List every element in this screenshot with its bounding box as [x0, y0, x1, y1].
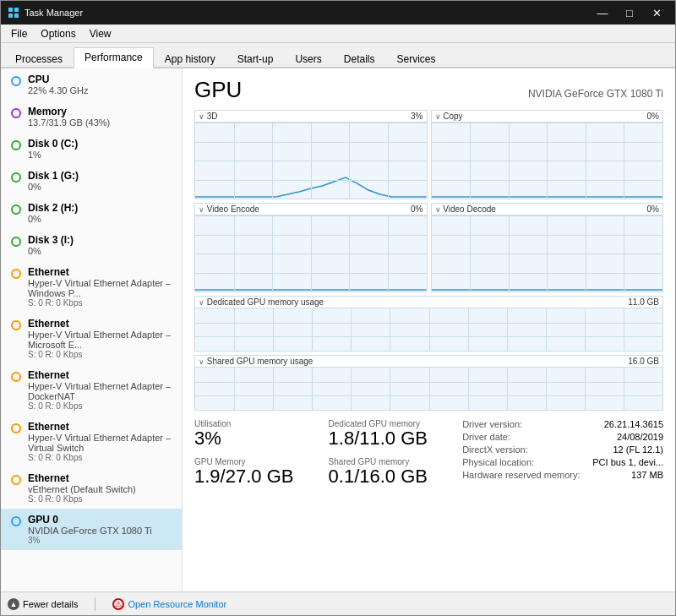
sidebar-item-memory[interactable]: Memory13.7/31.9 GB (43%) [1, 101, 182, 133]
info-row-0: Driver version:26.21.14.3615 [462, 419, 663, 429]
open-monitor-label: Open Resource Monitor [128, 599, 226, 609]
sidebar-title-disk3: Disk 3 (I:) [28, 234, 172, 246]
info-row-2: DirectX version:12 (FL 12.1) [462, 444, 663, 455]
sidebar-dot-disk0 [11, 140, 21, 150]
info-label-4: Hardware reserved memory: [462, 470, 580, 480]
grid-v-1-4 [586, 123, 586, 199]
grid-v-0-5 [388, 123, 389, 199]
chart-box-video-decode: ∨ Video Decode0% [431, 203, 664, 292]
sidebar-item-disk0[interactable]: Disk 0 (C:)1% [1, 133, 182, 165]
memory-chart-area-1 [195, 368, 662, 410]
stat-item-0: Utilisation3% [194, 419, 329, 449]
stat-item-1: GPU Memory1.9/27.0 GB [194, 457, 329, 487]
chart-label-2: ∨ Video Encode0% [195, 204, 427, 215]
open-resource-monitor-button[interactable]: ⚠ Open Resource Monitor [112, 598, 226, 610]
tabs-bar: ProcessesPerformanceApp historyStart-upU… [1, 43, 675, 68]
menu-item-view[interactable]: View [83, 26, 118, 41]
grid-v-0-3 [311, 123, 312, 199]
close-button[interactable]: ✕ [645, 4, 668, 21]
sidebar-subtitle-disk3: 0% [28, 246, 172, 256]
menu-item-file[interactable]: File [4, 26, 34, 41]
tab-services[interactable]: Services [385, 49, 446, 68]
sidebar-item-eth0[interactable]: EthernetHyper-V Virtual Ethernet Adapter… [1, 261, 182, 313]
stat-value-2-1: 0.1/16.0 GB [329, 466, 463, 487]
memory-grid-v-0-7 [468, 308, 469, 351]
sidebar-item-disk2[interactable]: Disk 2 (H:)0% [1, 197, 182, 229]
tab-start-up[interactable]: Start-up [226, 49, 285, 68]
memory-grid-v-1-10 [585, 368, 586, 410]
memory-grid-v-1-3 [312, 368, 313, 410]
memory-chart-label-0: ∨ Dedicated GPU memory usage11.0 GB [195, 297, 662, 308]
chart-box-video-encode: ∨ Video Encode0% [194, 203, 428, 292]
tab-performance[interactable]: Performance [74, 47, 154, 68]
chart-box-3d: ∨ 3D3% [194, 110, 428, 199]
maximize-button[interactable]: □ [618, 4, 641, 21]
memory-grid-v-1-7 [468, 368, 469, 410]
tab-users[interactable]: Users [284, 49, 332, 68]
grid-v-0-2 [272, 123, 273, 199]
menubar: FileOptionsView [1, 25, 675, 43]
memory-grid-0 [195, 308, 662, 351]
memory-grid-v-0-4 [351, 308, 352, 351]
info-row-1: Driver date:24/08/2019 [462, 432, 663, 442]
sidebar-item-cpu[interactable]: CPU22% 4.30 GHz [1, 68, 182, 101]
memory-grid-v-0-2 [273, 308, 274, 351]
grid-v-2-3 [311, 215, 312, 292]
gpu-title: GPU [194, 77, 242, 103]
chart-grid-3 [432, 215, 663, 292]
svg-rect-2 [8, 14, 13, 18]
memory-chart-box-1: ∨ Shared GPU memory usage16.0 GB [194, 355, 663, 411]
tab-processes[interactable]: Processes [4, 49, 74, 68]
memory-grid-v-1-11 [624, 368, 624, 410]
grid-v-3-2 [509, 215, 510, 292]
sidebar-subtitle-gpu0: NVIDIA GeForce GTX 1080 Ti [28, 526, 172, 536]
sidebar-title-eth2: Ethernet [28, 369, 172, 381]
sidebar-title-gpu0: GPU 0 [28, 514, 172, 526]
grid-v-0-4 [349, 123, 350, 199]
svg-rect-0 [8, 8, 13, 12]
sidebar-dot-memory [11, 108, 21, 118]
menu-item-options[interactable]: Options [34, 26, 82, 41]
sidebar-subtitle-disk2: 0% [28, 214, 172, 224]
sidebar-title-eth0: Ethernet [28, 266, 172, 278]
memory-grid-v-1-5 [390, 368, 390, 410]
sidebar-text-eth1: EthernetHyper-V Virtual Ethernet Adapter… [28, 318, 172, 359]
info-label-1: Driver date: [462, 432, 510, 442]
sidebar-item-eth4[interactable]: EthernetvEthernet (Default Switch)S: 0 R… [1, 467, 182, 509]
chart-area-3 [432, 215, 663, 292]
sidebar-title-disk1: Disk 1 (G:) [28, 170, 172, 182]
sidebar-item-eth1[interactable]: EthernetHyper-V Virtual Ethernet Adapter… [1, 313, 182, 364]
sidebar-item-disk1[interactable]: Disk 1 (G:)0% [1, 165, 182, 197]
sidebar-title-memory: Memory [28, 106, 172, 117]
sidebar-text-gpu0: GPU 0NVIDIA GeForce GTX 1080 Ti3% [28, 514, 172, 545]
sidebar-title-eth4: Ethernet [28, 472, 172, 484]
fewer-details-button[interactable]: ▲ Fewer details [8, 598, 78, 610]
sidebar-item-gpu0[interactable]: GPU 0NVIDIA GeForce GTX 1080 Ti3% [1, 509, 182, 550]
grid-v-1-1 [470, 123, 471, 199]
chart-grid-2 [195, 215, 427, 292]
sidebar-sub2-eth3: S: 0 R: 0 Kbps [28, 453, 172, 462]
sidebar-subtitle-memory: 13.7/31.9 GB (43%) [28, 117, 172, 128]
sidebar-title-eth1: Ethernet [28, 318, 172, 330]
grid-v-1-2 [509, 123, 510, 199]
sidebar-text-eth4: EthernetvEthernet (Default Switch)S: 0 R… [28, 472, 172, 504]
minimize-button[interactable]: — [591, 4, 614, 21]
tab-app-history[interactable]: App history [154, 49, 226, 68]
sidebar-item-disk3[interactable]: Disk 3 (I:)0% [1, 229, 182, 261]
sidebar-dot-eth1 [11, 320, 21, 330]
sidebar-text-disk0: Disk 0 (C:)1% [28, 138, 172, 160]
stats-col-2: Dedicated GPU memory1.8/11.0 GBShared GP… [329, 419, 463, 495]
chart-label-0: ∨ 3D3% [195, 111, 427, 123]
sidebar-dot-gpu0 [11, 516, 21, 526]
gpu-name: NVIDIA GeForce GTX 1080 Ti [528, 88, 663, 100]
info-label-3: Physical location: [462, 457, 534, 467]
tab-details[interactable]: Details [333, 49, 386, 68]
sidebar-item-eth2[interactable]: EthernetHyper-V Virtual Ethernet Adapter… [1, 364, 182, 416]
memory-grid-v-1-2 [273, 368, 274, 410]
info-label-2: DirectX version: [462, 444, 528, 455]
chart-area-2 [195, 215, 427, 292]
sidebar-dot-disk1 [11, 172, 21, 183]
memory-grid-v-0-11 [624, 308, 624, 351]
sidebar-item-eth3[interactable]: EthernetHyper-V Virtual Ethernet Adapter… [1, 416, 182, 467]
info-value-1: 24/08/2019 [617, 432, 663, 442]
